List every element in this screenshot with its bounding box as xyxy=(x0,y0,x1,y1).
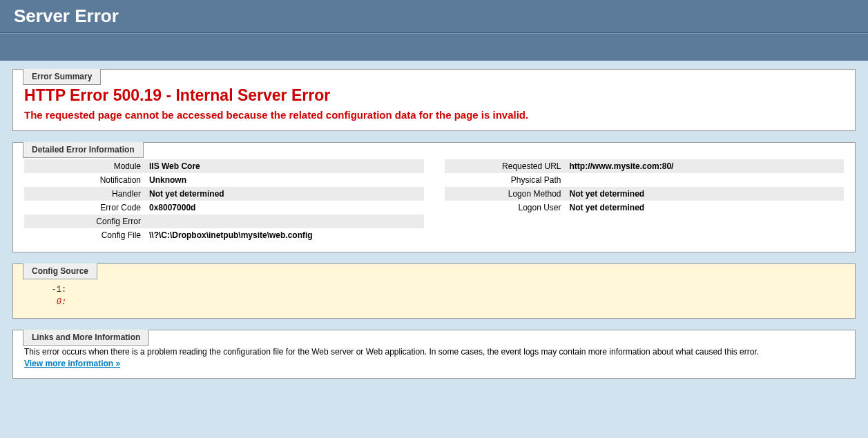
detail-left-column: ModuleIIS Web CoreNotificationUnknownHan… xyxy=(24,159,424,242)
view-more-information-link[interactable]: View more information » xyxy=(24,359,120,368)
detail-label: Error Code xyxy=(24,201,145,215)
detail-label: Logon User xyxy=(445,201,566,215)
error-title: HTTP Error 500.19 - Internal Server Erro… xyxy=(24,86,844,105)
config-source-line-neg1: -1: xyxy=(37,283,844,296)
header-sub-bar xyxy=(0,33,868,61)
config-source-panel: Config Source -1: 0: xyxy=(12,263,856,319)
detail-value: Not yet determined xyxy=(145,187,424,201)
detail-value: Unknown xyxy=(145,173,424,187)
config-source-line-0: 0: xyxy=(37,296,844,308)
table-row: HandlerNot yet determined xyxy=(24,187,424,201)
detail-value xyxy=(145,215,424,228)
table-row: Config Error xyxy=(24,215,424,228)
detail-label: Config File xyxy=(24,228,145,242)
header-bar: Server Error xyxy=(0,0,868,33)
detail-label: Module xyxy=(24,159,145,173)
detail-label: Handler xyxy=(24,187,145,201)
table-row: ModuleIIS Web Core xyxy=(24,159,424,173)
table-row: Requested URLhttp://www.mysite.com:80/ xyxy=(445,159,845,173)
links-legend: Links and More Information xyxy=(23,330,149,346)
error-summary-legend: Error Summary xyxy=(23,69,101,85)
detailed-error-legend: Detailed Error Information xyxy=(23,142,144,158)
detail-table-left: ModuleIIS Web CoreNotificationUnknownHan… xyxy=(24,159,424,242)
error-summary-panel: Error Summary HTTP Error 500.19 - Intern… xyxy=(12,69,856,131)
detail-value: 0x8007000d xyxy=(145,201,424,215)
config-source-legend: Config Source xyxy=(23,263,97,279)
detail-value: Not yet determined xyxy=(566,201,845,215)
table-row: Config File\\?\C:\Dropbox\inetpub\mysite… xyxy=(24,228,424,242)
table-row: Physical Path xyxy=(445,173,845,187)
detail-label: Physical Path xyxy=(445,173,566,187)
table-row: Logon MethodNot yet determined xyxy=(445,187,845,201)
detail-value: http://www.mysite.com:80/ xyxy=(566,159,845,173)
detail-label: Requested URL xyxy=(445,159,566,173)
detail-value xyxy=(566,173,845,187)
table-row: Logon UserNot yet determined xyxy=(445,201,845,215)
links-panel: Links and More Information This error oc… xyxy=(12,330,856,379)
links-text: This error occurs when there is a proble… xyxy=(24,347,844,357)
detailed-error-panel: Detailed Error Information ModuleIIS Web… xyxy=(12,142,856,252)
detail-label: Config Error xyxy=(24,215,145,228)
table-row: NotificationUnknown xyxy=(24,173,424,187)
config-source-content: -1: 0: xyxy=(37,283,844,308)
content-area: Error Summary HTTP Error 500.19 - Intern… xyxy=(0,61,868,398)
detail-value: \\?\C:\Dropbox\inetpub\mysite\web.config xyxy=(145,228,424,242)
error-description: The requested page cannot be accessed be… xyxy=(24,109,844,121)
detail-value: IIS Web Core xyxy=(145,159,424,173)
detail-label: Logon Method xyxy=(445,187,566,201)
page-title: Server Error xyxy=(14,6,854,27)
detail-value: Not yet determined xyxy=(566,187,845,201)
table-row: Error Code0x8007000d xyxy=(24,201,424,215)
detail-label: Notification xyxy=(24,173,145,187)
detail-table-right: Requested URLhttp://www.mysite.com:80/Ph… xyxy=(445,159,845,215)
detail-right-column: Requested URLhttp://www.mysite.com:80/Ph… xyxy=(445,159,845,242)
